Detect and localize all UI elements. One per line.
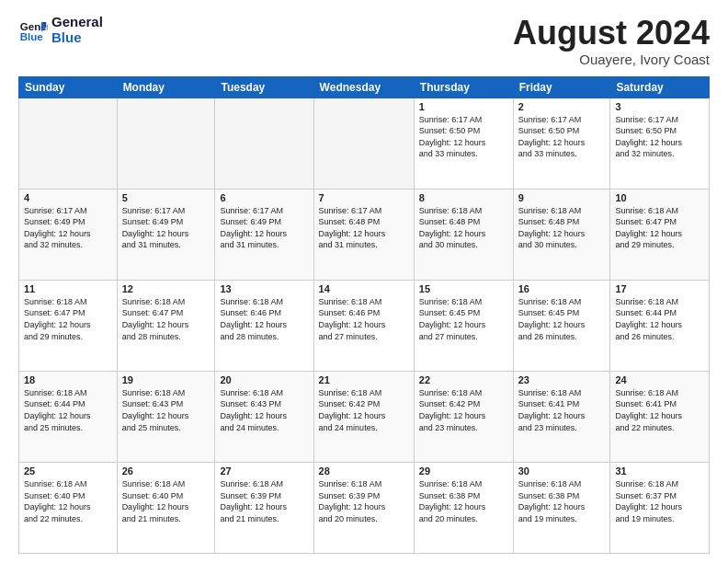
day-info: Sunrise: 6:18 AM Sunset: 6:48 PM Dayligh…	[518, 205, 606, 251]
col-header-friday: Friday	[513, 76, 610, 98]
day-info: Sunrise: 6:17 AM Sunset: 6:49 PM Dayligh…	[220, 205, 308, 251]
col-header-saturday: Saturday	[610, 76, 710, 98]
day-info: Sunrise: 6:18 AM Sunset: 6:38 PM Dayligh…	[419, 478, 508, 524]
calendar-cell-w1d2: 6Sunrise: 6:17 AM Sunset: 6:49 PM Daylig…	[215, 189, 313, 280]
logo: General Blue General Blue	[18, 15, 103, 45]
calendar-cell-w1d4: 8Sunrise: 6:18 AM Sunset: 6:48 PM Daylig…	[414, 189, 513, 280]
day-number: 23	[518, 374, 606, 385]
calendar-cell-w2d5: 16Sunrise: 6:18 AM Sunset: 6:45 PM Dayli…	[513, 280, 610, 371]
day-info: Sunrise: 6:18 AM Sunset: 6:45 PM Dayligh…	[419, 296, 508, 342]
location: Ouayere, Ivory Coast	[513, 52, 710, 67]
day-info: Sunrise: 6:18 AM Sunset: 6:39 PM Dayligh…	[220, 478, 308, 524]
col-header-wednesday: Wednesday	[313, 76, 414, 98]
calendar-week-4: 25Sunrise: 6:18 AM Sunset: 6:40 PM Dayli…	[19, 462, 710, 553]
day-number: 13	[220, 283, 308, 294]
calendar-week-1: 4Sunrise: 6:17 AM Sunset: 6:49 PM Daylig…	[19, 189, 710, 280]
calendar-cell-w2d2: 13Sunrise: 6:18 AM Sunset: 6:46 PM Dayli…	[215, 280, 313, 371]
calendar-header-row: SundayMondayTuesdayWednesdayThursdayFrid…	[19, 76, 710, 98]
day-number: 8	[419, 192, 508, 203]
month-title: August 2024	[513, 15, 710, 52]
day-info: Sunrise: 6:18 AM Sunset: 6:43 PM Dayligh…	[122, 387, 210, 433]
calendar-table: SundayMondayTuesdayWednesdayThursdayFrid…	[18, 76, 710, 554]
calendar-week-0: 1Sunrise: 6:17 AM Sunset: 6:50 PM Daylig…	[19, 98, 710, 189]
day-number: 7	[319, 192, 409, 203]
calendar-cell-w3d4: 22Sunrise: 6:18 AM Sunset: 6:42 PM Dayli…	[414, 371, 513, 462]
logo-blue: Blue	[51, 30, 103, 46]
day-info: Sunrise: 6:18 AM Sunset: 6:45 PM Dayligh…	[518, 296, 606, 342]
day-info: Sunrise: 6:18 AM Sunset: 6:40 PM Dayligh…	[24, 478, 112, 524]
calendar-cell-w1d1: 5Sunrise: 6:17 AM Sunset: 6:49 PM Daylig…	[117, 189, 215, 280]
day-info: Sunrise: 6:18 AM Sunset: 6:37 PM Dayligh…	[615, 478, 704, 524]
day-number: 26	[122, 465, 210, 477]
calendar-cell-w0d2	[215, 98, 313, 189]
day-info: Sunrise: 6:18 AM Sunset: 6:44 PM Dayligh…	[24, 387, 112, 433]
day-info: Sunrise: 6:18 AM Sunset: 6:39 PM Dayligh…	[319, 478, 409, 524]
day-number: 20	[220, 374, 308, 385]
page: General Blue General Blue August 2024 Ou…	[0, 0, 728, 563]
calendar-cell-w0d4: 1Sunrise: 6:17 AM Sunset: 6:50 PM Daylig…	[414, 98, 513, 189]
calendar-cell-w3d3: 21Sunrise: 6:18 AM Sunset: 6:42 PM Dayli…	[313, 371, 414, 462]
day-number: 19	[122, 374, 210, 385]
day-number: 22	[419, 374, 508, 385]
calendar-cell-w0d6: 3Sunrise: 6:17 AM Sunset: 6:50 PM Daylig…	[610, 98, 710, 189]
day-info: Sunrise: 6:18 AM Sunset: 6:47 PM Dayligh…	[24, 296, 112, 342]
day-info: Sunrise: 6:17 AM Sunset: 6:48 PM Dayligh…	[319, 205, 409, 251]
day-number: 15	[419, 283, 508, 294]
calendar-cell-w0d5: 2Sunrise: 6:17 AM Sunset: 6:50 PM Daylig…	[513, 98, 610, 189]
calendar-cell-w4d4: 29Sunrise: 6:18 AM Sunset: 6:38 PM Dayli…	[414, 462, 513, 553]
calendar-cell-w3d1: 19Sunrise: 6:18 AM Sunset: 6:43 PM Dayli…	[117, 371, 215, 462]
calendar-cell-w4d2: 27Sunrise: 6:18 AM Sunset: 6:39 PM Dayli…	[215, 462, 313, 553]
day-info: Sunrise: 6:17 AM Sunset: 6:50 PM Dayligh…	[518, 114, 606, 160]
calendar-cell-w2d4: 15Sunrise: 6:18 AM Sunset: 6:45 PM Dayli…	[414, 280, 513, 371]
calendar-cell-w0d0	[19, 98, 118, 189]
day-number: 17	[615, 283, 704, 294]
day-number: 4	[24, 192, 112, 203]
calendar-cell-w4d1: 26Sunrise: 6:18 AM Sunset: 6:40 PM Dayli…	[117, 462, 215, 553]
calendar-cell-w2d0: 11Sunrise: 6:18 AM Sunset: 6:47 PM Dayli…	[19, 280, 118, 371]
day-info: Sunrise: 6:18 AM Sunset: 6:46 PM Dayligh…	[220, 296, 308, 342]
day-number: 18	[24, 374, 112, 385]
col-header-tuesday: Tuesday	[215, 76, 313, 98]
day-number: 14	[319, 283, 409, 294]
calendar-cell-w2d6: 17Sunrise: 6:18 AM Sunset: 6:44 PM Dayli…	[610, 280, 710, 371]
day-number: 27	[220, 465, 308, 477]
day-number: 6	[220, 192, 308, 203]
title-block: August 2024 Ouayere, Ivory Coast	[513, 15, 710, 67]
day-number: 3	[615, 101, 704, 112]
day-info: Sunrise: 6:17 AM Sunset: 6:50 PM Dayligh…	[615, 114, 704, 160]
calendar-cell-w4d3: 28Sunrise: 6:18 AM Sunset: 6:39 PM Dayli…	[313, 462, 414, 553]
day-number: 12	[122, 283, 210, 294]
day-info: Sunrise: 6:18 AM Sunset: 6:42 PM Dayligh…	[419, 387, 508, 433]
calendar-cell-w0d1	[117, 98, 215, 189]
day-info: Sunrise: 6:17 AM Sunset: 6:50 PM Dayligh…	[419, 114, 508, 160]
day-number: 10	[615, 192, 704, 203]
calendar-cell-w3d5: 23Sunrise: 6:18 AM Sunset: 6:41 PM Dayli…	[513, 371, 610, 462]
calendar-cell-w4d5: 30Sunrise: 6:18 AM Sunset: 6:38 PM Dayli…	[513, 462, 610, 553]
day-number: 9	[518, 192, 606, 203]
logo-icon: General Blue	[18, 16, 48, 45]
calendar-week-3: 18Sunrise: 6:18 AM Sunset: 6:44 PM Dayli…	[19, 371, 710, 462]
calendar-cell-w1d3: 7Sunrise: 6:17 AM Sunset: 6:48 PM Daylig…	[313, 189, 414, 280]
day-info: Sunrise: 6:18 AM Sunset: 6:48 PM Dayligh…	[419, 205, 508, 251]
day-number: 29	[419, 465, 508, 477]
calendar-cell-w1d0: 4Sunrise: 6:17 AM Sunset: 6:49 PM Daylig…	[19, 189, 118, 280]
day-number: 16	[518, 283, 606, 294]
day-info: Sunrise: 6:18 AM Sunset: 6:44 PM Dayligh…	[615, 296, 704, 342]
day-number: 30	[518, 465, 606, 477]
day-info: Sunrise: 6:18 AM Sunset: 6:41 PM Dayligh…	[518, 387, 606, 433]
day-info: Sunrise: 6:18 AM Sunset: 6:40 PM Dayligh…	[122, 478, 210, 524]
header: General Blue General Blue August 2024 Ou…	[18, 15, 710, 67]
calendar-cell-w4d0: 25Sunrise: 6:18 AM Sunset: 6:40 PM Dayli…	[19, 462, 118, 553]
day-number: 21	[319, 374, 409, 385]
day-info: Sunrise: 6:18 AM Sunset: 6:41 PM Dayligh…	[615, 387, 704, 433]
calendar-cell-w3d6: 24Sunrise: 6:18 AM Sunset: 6:41 PM Dayli…	[610, 371, 710, 462]
logo-general: General	[51, 15, 103, 30]
day-info: Sunrise: 6:18 AM Sunset: 6:47 PM Dayligh…	[615, 205, 704, 251]
day-info: Sunrise: 6:18 AM Sunset: 6:46 PM Dayligh…	[319, 296, 409, 342]
col-header-monday: Monday	[117, 76, 215, 98]
calendar-cell-w0d3	[313, 98, 414, 189]
day-number: 25	[24, 465, 112, 477]
day-number: 2	[518, 101, 606, 112]
calendar-cell-w2d3: 14Sunrise: 6:18 AM Sunset: 6:46 PM Dayli…	[313, 280, 414, 371]
day-number: 28	[319, 465, 409, 477]
